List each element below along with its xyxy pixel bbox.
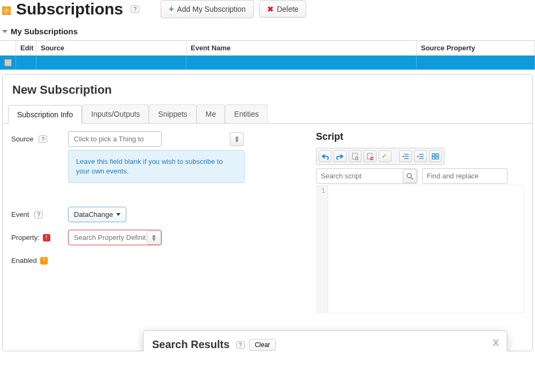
svg-rect-6 [432, 157, 435, 159]
event-label: Event [11, 210, 29, 218]
grid-header: Edit Source Event Name Source Property [0, 40, 535, 56]
chevron-down-icon [116, 213, 120, 216]
add-subscription-button[interactable]: + Add My Subscription [161, 0, 254, 18]
property-label: Property: [11, 233, 40, 242]
page-add-button[interactable] [349, 150, 361, 162]
col-source[interactable]: Source [36, 41, 186, 55]
source-hint: Leave this field blank if you wish to su… [68, 150, 245, 183]
warning-icon: ? [40, 257, 48, 265]
form-area: Source? ✎ Leave this field blank if you … [11, 131, 310, 313]
enabled-label: Enabled [11, 257, 37, 265]
code-editor[interactable] [328, 185, 524, 313]
section-title: My Subscriptions [11, 27, 78, 36]
svg-rect-7 [436, 157, 439, 159]
outdent-button[interactable] [399, 150, 412, 162]
search-results-popup: x Search Results ? Clear All 6 CATEGORIE… [143, 330, 507, 351]
script-toolbar [316, 148, 444, 165]
help-icon[interactable]: ? [39, 135, 47, 143]
lightbulb-icon [2, 6, 11, 15]
wand-button[interactable]: ✎ [147, 231, 161, 245]
plus-icon: + [169, 4, 174, 14]
script-section: Script 1 [310, 131, 524, 313]
source-input[interactable] [68, 131, 162, 147]
script-title: Script [316, 131, 524, 142]
wand-icon: ✎ [149, 233, 159, 243]
close-icon[interactable]: x [493, 335, 499, 349]
help-icon[interactable]: ? [131, 5, 139, 13]
search-icon [406, 172, 413, 180]
add-subscription-label: Add My Subscription [177, 5, 246, 13]
tab-inputs-outputs[interactable]: Inputs/Outputs [82, 104, 149, 123]
wand-icon: ✎ [232, 134, 242, 144]
event-select[interactable]: DataChange [68, 207, 126, 222]
subscription-panel: New Subscription Subscription Info Input… [2, 74, 533, 351]
page-remove-button[interactable] [364, 150, 376, 162]
code-gutter: 1 [316, 185, 328, 313]
redo-button[interactable] [334, 150, 346, 162]
search-button[interactable] [403, 169, 417, 183]
format-button[interactable] [429, 150, 442, 162]
row-checkbox[interactable] [4, 59, 12, 66]
wand-button[interactable]: ✎ [230, 132, 244, 146]
col-property[interactable]: Source Property [417, 41, 535, 55]
svg-point-8 [407, 174, 411, 178]
panel-title: New Subscription [3, 74, 532, 104]
page-header: Subscriptions ? + Add My Subscription ✖ … [0, 0, 535, 24]
delete-label: Delete [277, 5, 298, 13]
help-icon[interactable]: ? [34, 211, 43, 218]
tab-snippets[interactable]: Snippets [149, 104, 196, 123]
required-icon: ! [43, 234, 50, 242]
tab-me[interactable]: Me [197, 104, 225, 123]
tab-subscription-info[interactable]: Subscription Info [8, 105, 82, 124]
section-header[interactable]: My Subscriptions [0, 24, 535, 40]
grid-row-selected[interactable] [0, 56, 535, 70]
page-title: Subscriptions [16, 0, 123, 18]
source-label: Source [11, 135, 33, 143]
indent-button[interactable] [414, 150, 427, 162]
x-icon: ✖ [267, 5, 274, 13]
collapse-icon [2, 30, 7, 33]
undo-button[interactable] [319, 150, 331, 162]
find-replace-input[interactable] [422, 168, 508, 184]
event-value: DataChange [74, 210, 113, 218]
clear-button[interactable]: Clear [249, 339, 276, 351]
tab-bar: Subscription Info Inputs/Outputs Snippet… [3, 104, 532, 124]
popup-title: Search Results [152, 338, 230, 351]
help-icon[interactable]: ? [236, 341, 245, 349]
svg-rect-4 [432, 154, 435, 156]
tab-entities[interactable]: Entities [225, 104, 268, 123]
svg-rect-5 [436, 154, 439, 156]
delete-button[interactable]: ✖ Delete [259, 1, 306, 18]
check-button[interactable] [379, 150, 391, 162]
col-edit[interactable]: Edit [16, 41, 36, 55]
col-event[interactable]: Event Name [186, 41, 417, 55]
